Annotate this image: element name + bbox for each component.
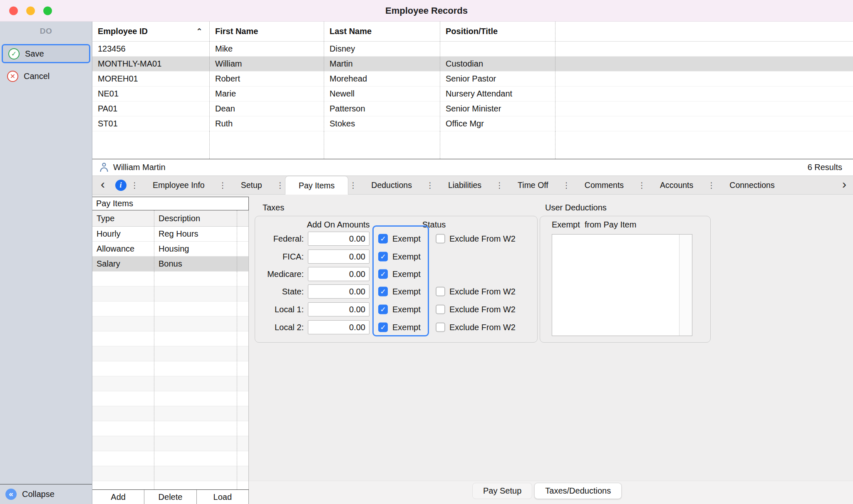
collapse-button[interactable]: « Collapse bbox=[0, 484, 92, 504]
exempt-from-pay-item-listbox[interactable] bbox=[552, 234, 692, 336]
save-button[interactable]: ✓ Save bbox=[2, 44, 90, 63]
cell-employee-id: MONTHLY-MA01 bbox=[92, 57, 209, 71]
zoom-window-button[interactable] bbox=[43, 6, 52, 15]
col-header-type[interactable]: Type bbox=[92, 210, 154, 226]
local1-exempt-checkbox[interactable] bbox=[378, 305, 388, 314]
col-header-employee-id[interactable]: Employee ID ⌃ bbox=[92, 22, 209, 41]
local2-exclude-w2-checkbox[interactable] bbox=[436, 323, 445, 332]
drag-handle-icon[interactable]: ⋮ bbox=[348, 176, 358, 194]
state-exclude-w2-checkbox[interactable] bbox=[436, 287, 445, 296]
federal-amount-input[interactable] bbox=[308, 232, 369, 246]
cancel-button[interactable]: ✕ Cancel bbox=[2, 67, 90, 86]
federal-exclude-w2-checkbox[interactable] bbox=[436, 234, 445, 244]
tab-employee-info[interactable]: Employee Info bbox=[139, 176, 218, 194]
close-window-button[interactable] bbox=[9, 6, 18, 15]
col-header-last-name[interactable]: Last Name bbox=[324, 22, 440, 41]
col-header-description[interactable]: Description bbox=[154, 210, 237, 226]
drag-handle-icon[interactable]: ⋮ bbox=[707, 176, 716, 194]
medicare-exempt-checkbox[interactable] bbox=[378, 269, 388, 279]
cell-last-name: Stokes bbox=[324, 116, 440, 131]
state-exempt-checkbox[interactable] bbox=[378, 287, 388, 296]
tab-setup[interactable]: Setup bbox=[228, 176, 275, 194]
medicare-amount-input[interactable] bbox=[308, 267, 369, 281]
tab-time-off[interactable]: Time Off bbox=[504, 176, 562, 194]
tax-row-local2: Local 2: Exempt Exclude From W2 bbox=[255, 319, 537, 336]
pay-items-panel: Pay Items Type Description Hourly Reg Ho… bbox=[92, 197, 249, 504]
tax-row-medicare: Medicare: Exempt bbox=[255, 265, 537, 283]
table-row[interactable]: NE01 Marie Newell Nursery Attendant bbox=[92, 86, 853, 101]
add-on-amounts-header: Add On Amounts bbox=[280, 220, 397, 230]
exempt-label: Exempt bbox=[392, 305, 421, 314]
drag-handle-icon[interactable]: ⋮ bbox=[275, 176, 285, 194]
add-button[interactable]: Add bbox=[92, 490, 144, 504]
delete-button[interactable]: Delete bbox=[144, 490, 196, 504]
cell-employee-id: PA01 bbox=[92, 101, 209, 116]
list-item-selected[interactable]: Salary Bonus bbox=[92, 257, 248, 272]
fica-exempt-checkbox[interactable] bbox=[378, 252, 388, 262]
footer-tab-switcher: Pay Setup Taxes/Deductions bbox=[472, 483, 622, 499]
tab-taxes-deductions[interactable]: Taxes/Deductions bbox=[534, 483, 622, 499]
tab-pay-items[interactable]: Pay Items bbox=[285, 176, 349, 195]
local2-label: Local 2: bbox=[255, 323, 304, 332]
cell-employee-id: NE01 bbox=[92, 86, 209, 101]
load-button[interactable]: Load bbox=[197, 490, 249, 504]
table-row[interactable]: MOREH01 Robert Morehead Senior Pastor bbox=[92, 72, 853, 86]
drag-handle-icon[interactable]: ⋮ bbox=[130, 176, 139, 194]
sidebar: DO ✓ Save ✕ Cancel « Collapse bbox=[0, 22, 92, 504]
tab-liabilities[interactable]: Liabilities bbox=[435, 176, 495, 194]
tax-row-federal: Federal: Exempt Exclude From W2 bbox=[255, 230, 537, 247]
tab-connections[interactable]: Connections bbox=[716, 176, 788, 194]
local2-exempt-checkbox[interactable] bbox=[378, 323, 388, 332]
person-icon bbox=[99, 162, 109, 173]
listbox-scrollbar[interactable] bbox=[679, 235, 692, 336]
tab-accounts[interactable]: Accounts bbox=[647, 176, 707, 194]
cell-position: Senior Minister bbox=[440, 101, 555, 116]
table-row-selected[interactable]: MONTHLY-MA01 William Martin Custodian bbox=[92, 57, 853, 72]
employee-table-empty-area bbox=[92, 131, 853, 159]
federal-label: Federal: bbox=[255, 234, 304, 244]
drag-handle-icon[interactable]: ⋮ bbox=[495, 176, 504, 194]
cell-last-name: Disney bbox=[324, 42, 440, 56]
cell-first-name: Robert bbox=[209, 72, 324, 86]
selected-record-name: William Martin bbox=[113, 163, 166, 172]
sidebar-section-header: DO bbox=[0, 27, 92, 36]
chevron-right-icon[interactable]: › bbox=[836, 176, 853, 194]
tab-pay-setup[interactable]: Pay Setup bbox=[472, 483, 532, 499]
drag-handle-icon[interactable]: ⋮ bbox=[425, 176, 435, 194]
col-header-position[interactable]: Position/Title bbox=[440, 22, 555, 41]
local1-exclude-w2-checkbox[interactable] bbox=[436, 305, 445, 314]
info-tab[interactable]: i bbox=[112, 176, 130, 194]
status-header: Status bbox=[392, 220, 476, 230]
state-amount-input[interactable] bbox=[308, 284, 369, 299]
drag-handle-icon[interactable]: ⋮ bbox=[562, 176, 571, 194]
table-row[interactable]: ST01 Ruth Stokes Office Mgr bbox=[92, 116, 853, 131]
list-item[interactable]: Hourly Reg Hours bbox=[92, 227, 248, 242]
cell-position bbox=[440, 42, 555, 56]
table-row[interactable]: 123456 Mike Disney bbox=[92, 42, 853, 57]
list-item[interactable]: Allowance Housing bbox=[92, 242, 248, 257]
tab-comments[interactable]: Comments bbox=[571, 176, 637, 194]
cell-description: Housing bbox=[154, 242, 237, 256]
drag-handle-icon[interactable]: ⋮ bbox=[637, 176, 647, 194]
chevron-left-icon[interactable]: ‹ bbox=[94, 176, 112, 194]
collapse-chevrons-icon: « bbox=[5, 489, 17, 500]
cell-first-name: Marie bbox=[209, 86, 324, 101]
local2-amount-input[interactable] bbox=[308, 320, 369, 334]
minimize-window-button[interactable] bbox=[26, 6, 35, 15]
table-row[interactable]: PA01 Dean Patterson Senior Minister bbox=[92, 101, 853, 116]
fica-amount-input[interactable] bbox=[308, 250, 369, 264]
tax-row-state: State: Exempt Exclude From W2 bbox=[255, 283, 537, 300]
col-header-first-name[interactable]: First Name bbox=[209, 22, 324, 41]
local1-amount-input[interactable] bbox=[308, 302, 369, 316]
cell-last-name: Morehead bbox=[324, 72, 440, 86]
drag-handle-icon[interactable]: ⋮ bbox=[218, 176, 228, 194]
tab-deductions[interactable]: Deductions bbox=[358, 176, 425, 194]
cell-first-name: Dean bbox=[209, 101, 324, 116]
federal-exempt-checkbox[interactable] bbox=[378, 234, 388, 244]
cell-position: Office Mgr bbox=[440, 116, 555, 131]
employee-table-header: Employee ID ⌃ First Name Last Name Posit… bbox=[92, 22, 853, 42]
employee-table: Employee ID ⌃ First Name Last Name Posit… bbox=[92, 22, 853, 159]
user-deductions-group-box: Exempt from Pay Item bbox=[540, 216, 711, 343]
results-count: 6 Results bbox=[808, 163, 842, 172]
cell-first-name: Ruth bbox=[209, 116, 324, 131]
